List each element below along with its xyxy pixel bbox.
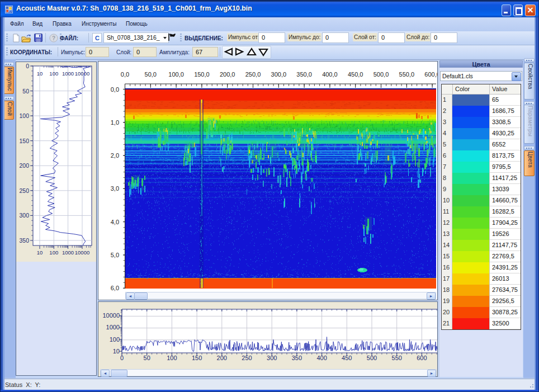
svg-text:10: 10	[37, 249, 43, 256]
svg-text:100: 100	[110, 336, 120, 343]
svg-text:4,0: 4,0	[111, 219, 119, 225]
svg-text:100: 100	[19, 112, 29, 119]
svg-text:1000: 1000	[62, 249, 74, 256]
svg-text:10000: 10000	[75, 249, 89, 256]
svg-text:10000: 10000	[75, 70, 89, 77]
svg-text:500,0: 500,0	[373, 71, 389, 78]
svg-text:3,0: 3,0	[111, 185, 119, 192]
svg-text:2,0: 2,0	[111, 152, 119, 159]
svg-text:0,0: 0,0	[111, 86, 119, 93]
svg-text:250,0: 250,0	[245, 71, 261, 78]
svg-text:10: 10	[113, 348, 120, 355]
svg-text:0,0: 0,0	[121, 71, 129, 78]
svg-text:10: 10	[37, 70, 43, 77]
svg-text:?: ?	[52, 35, 55, 41]
svg-text:150: 150	[19, 138, 29, 144]
svg-text:200: 200	[19, 162, 29, 169]
svg-text:150,0: 150,0	[194, 71, 210, 78]
svg-text:550,0: 550,0	[399, 71, 415, 78]
svg-text:100,0: 100,0	[168, 71, 184, 78]
svg-text:600,0: 600,0	[424, 71, 437, 78]
svg-text:450,0: 450,0	[348, 71, 363, 78]
svg-text:250: 250	[19, 187, 29, 194]
svg-text:300,0: 300,0	[271, 71, 287, 78]
svg-text:350: 350	[19, 237, 29, 244]
svg-text:50,0: 50,0	[145, 71, 157, 78]
svg-text:1000: 1000	[62, 70, 74, 77]
svg-text:1,0: 1,0	[111, 119, 119, 126]
svg-text:50: 50	[22, 88, 29, 95]
svg-text:100: 100	[49, 70, 58, 77]
svg-text:0: 0	[26, 63, 29, 69]
svg-text:6,0: 6,0	[111, 285, 119, 291]
svg-text:10000: 10000	[102, 312, 120, 319]
svg-text:5,0: 5,0	[111, 252, 119, 258]
svg-text:400,0: 400,0	[322, 71, 338, 78]
svg-text:300: 300	[19, 212, 29, 219]
svg-text:350,0: 350,0	[296, 71, 312, 78]
svg-text:100: 100	[49, 249, 58, 256]
svg-text:200,0: 200,0	[220, 71, 235, 78]
svg-text:1000: 1000	[106, 324, 120, 330]
